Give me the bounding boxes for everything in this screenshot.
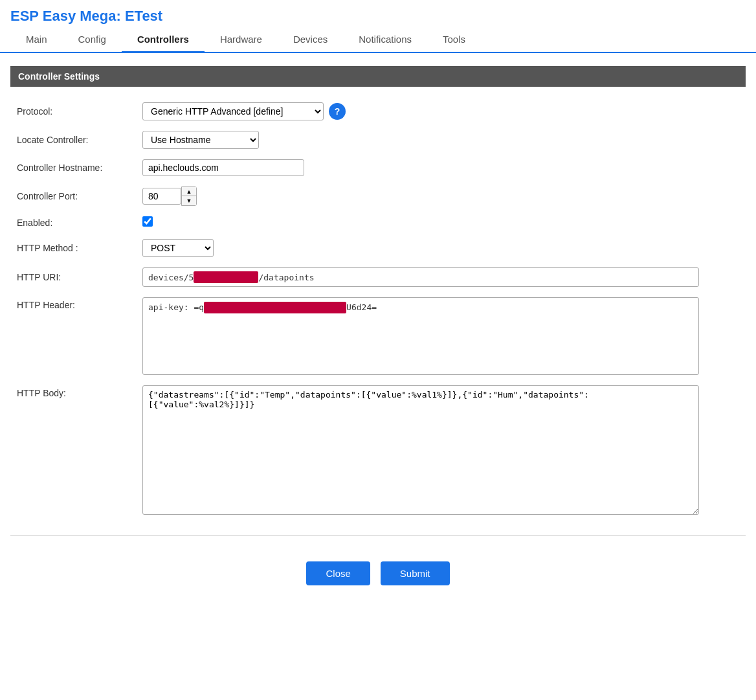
enabled-row: Enabled: bbox=[10, 211, 746, 234]
protocol-select[interactable]: Generic HTTP Advanced [define] bbox=[142, 102, 324, 120]
port-label: Controller Port: bbox=[10, 181, 140, 211]
uri-redacted-bar bbox=[194, 271, 258, 283]
tab-devices[interactable]: Devices bbox=[278, 27, 343, 53]
hostname-label: Controller Hostname: bbox=[10, 154, 140, 181]
tab-controllers[interactable]: Controllers bbox=[122, 27, 205, 53]
app-title: ESP Easy Mega: ETest bbox=[0, 0, 756, 27]
body-row: HTTP Body: bbox=[10, 380, 746, 522]
protocol-help-button[interactable]: ? bbox=[329, 103, 346, 120]
submit-button[interactable]: Submit bbox=[381, 561, 450, 585]
footer-buttons: Close Submit bbox=[10, 548, 746, 598]
controller-form: Protocol: Generic HTTP Advanced [define]… bbox=[10, 97, 746, 522]
body-label: HTTP Body: bbox=[10, 380, 140, 522]
hostname-row: Controller Hostname: bbox=[10, 154, 746, 181]
port-spinner: ▲ ▼ bbox=[181, 186, 197, 206]
tab-tools[interactable]: Tools bbox=[427, 27, 481, 53]
protocol-field-group: Generic HTTP Advanced [define] ? bbox=[142, 102, 739, 120]
tab-notifications[interactable]: Notifications bbox=[343, 27, 427, 53]
method-row: HTTP Method : POSTGETPUT bbox=[10, 234, 746, 262]
header-redacted-bar bbox=[204, 302, 346, 313]
method-select[interactable]: POSTGETPUT bbox=[142, 239, 214, 257]
tab-config[interactable]: Config bbox=[63, 27, 122, 53]
main-content: Controller Settings Protocol: Generic HT… bbox=[0, 66, 756, 598]
nav-tabs: Main Config Controllers Hardware Devices… bbox=[0, 27, 756, 53]
protocol-row: Protocol: Generic HTTP Advanced [define]… bbox=[10, 97, 746, 126]
section-header-text: Controller Settings bbox=[18, 71, 100, 82]
close-button[interactable]: Close bbox=[306, 561, 370, 585]
protocol-label: Protocol: bbox=[10, 97, 140, 126]
hostname-input[interactable] bbox=[142, 159, 304, 176]
port-field-group: ▲ ▼ bbox=[142, 186, 739, 206]
footer-divider bbox=[10, 535, 746, 536]
tab-main[interactable]: Main bbox=[10, 27, 63, 53]
port-decrement-button[interactable]: ▼ bbox=[182, 196, 196, 205]
port-input[interactable] bbox=[142, 188, 181, 205]
uri-label: HTTP URI: bbox=[10, 262, 140, 292]
port-row: Controller Port: ▲ ▼ bbox=[10, 181, 746, 211]
header-row: HTTP Header: api-key: =qU6d24= bbox=[10, 292, 746, 380]
port-increment-button[interactable]: ▲ bbox=[182, 187, 196, 196]
body-textarea[interactable] bbox=[142, 385, 699, 515]
section-header: Controller Settings bbox=[10, 66, 746, 87]
header-label: HTTP Header: bbox=[10, 292, 140, 380]
locate-row: Locate Controller: Use HostnameUse IP bbox=[10, 126, 746, 154]
enabled-checkbox[interactable] bbox=[142, 216, 153, 227]
uri-row: HTTP URI: devices/5/datapoints bbox=[10, 262, 746, 292]
uri-display: devices/5/datapoints bbox=[142, 267, 699, 287]
locate-select[interactable]: Use HostnameUse IP bbox=[142, 131, 259, 149]
method-label: HTTP Method : bbox=[10, 234, 140, 262]
header-display: api-key: =qU6d24= bbox=[142, 297, 699, 375]
enabled-label: Enabled: bbox=[10, 211, 140, 234]
locate-label: Locate Controller: bbox=[10, 126, 140, 154]
tab-hardware[interactable]: Hardware bbox=[205, 27, 278, 53]
uri-field-wrapper: devices/5/datapoints bbox=[142, 267, 699, 287]
